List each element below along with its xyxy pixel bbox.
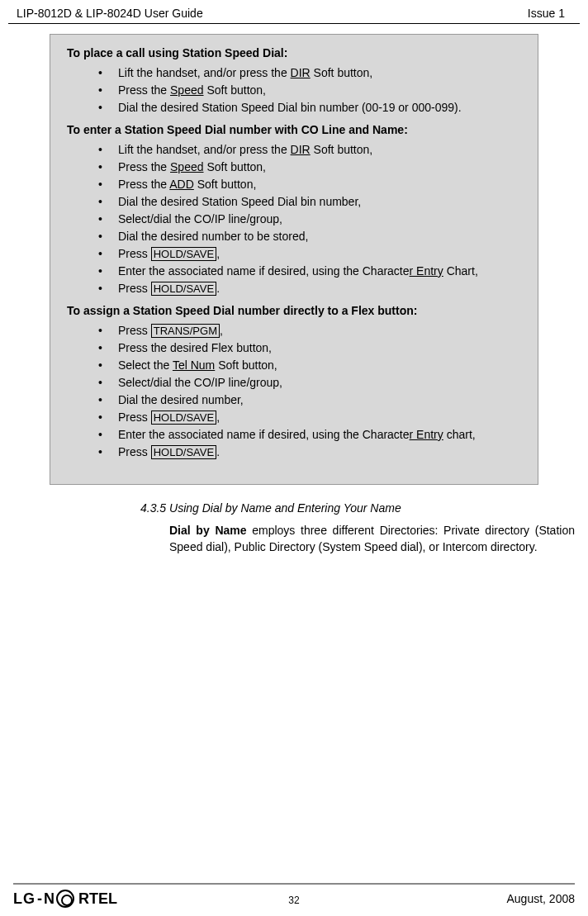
list-item: Press HOLD/SAVE. (98, 280, 521, 297)
brand-logo: LG - N RTEL (13, 890, 117, 908)
list-item: Enter the associated name if desired, us… (98, 426, 521, 444)
hold-save-key: HOLD/SAVE (151, 445, 216, 459)
list-item: Dial the desired Station Speed Dial bin … (98, 193, 521, 211)
subsection-lead: Dial by Name (169, 524, 247, 537)
section-3-title: To assign a Station Speed Dial number di… (67, 304, 521, 317)
list-item: Select/dial the CO/IP line/group, (98, 211, 521, 228)
subsection-title: Using Dial by Name and Entering Your Nam… (169, 501, 401, 515)
header-right: Issue 1 (528, 7, 565, 20)
list-item: Press HOLD/SAVE, (98, 245, 521, 263)
page-header: LIP-8012D & LIP-8024D User Guide Issue 1 (8, 0, 580, 24)
hold-save-key: HOLD/SAVE (151, 247, 216, 261)
list-item: Press HOLD/SAVE, (98, 409, 521, 426)
hold-save-key: HOLD/SAVE (151, 282, 216, 296)
footer-divider (13, 883, 575, 885)
list-item: Enter the associated name if desired, us… (98, 263, 521, 280)
list-item: Press HOLD/SAVE. (98, 444, 521, 461)
list-item: Lift the handset, and/or press the DIR S… (98, 64, 521, 82)
hold-save-key: HOLD/SAVE (151, 411, 216, 425)
section-1-title: To place a call using Station Speed Dial… (67, 46, 521, 59)
page-number: 32 (288, 895, 299, 906)
logo-lg-text: LG (13, 890, 36, 908)
section-2-list: Lift the handset, and/or press the DIR S… (98, 141, 521, 297)
logo-nortel-text: RTEL (78, 890, 117, 908)
section-2-title: To enter a Station Speed Dial number wit… (67, 123, 521, 136)
logo-globe-icon (56, 890, 74, 908)
list-item: Press the Speed Soft button, (98, 82, 521, 99)
subsection-heading: 4.3.5 Using Dial by Name and Entering Yo… (140, 501, 580, 515)
header-left: LIP-8012D & LIP-8024D User Guide (17, 7, 203, 20)
list-item: Dial the desired Station Speed Dial bin … (98, 99, 521, 116)
trans-pgm-key: TRANS/PGM (151, 324, 220, 338)
page-footer: LG - N RTEL August, 2008 32 (0, 883, 588, 908)
list-item: Select/dial the CO/IP line/group, (98, 374, 521, 392)
list-item: Dial the desired number, (98, 392, 521, 409)
subsection-number: 4.3.5 (140, 501, 166, 515)
section-1-list: Lift the handset, and/or press the DIR S… (98, 64, 521, 116)
list-item: Lift the handset, and/or press the DIR S… (98, 141, 521, 159)
list-item: Press the desired Flex button, (98, 339, 521, 357)
list-item: Press the Speed Soft button, (98, 159, 521, 176)
list-item: Select the Tel Num Soft button, (98, 357, 521, 374)
list-item: Dial the desired number to be stored, (98, 228, 521, 245)
section-3-list: Press TRANS/PGM, Press the desired Flex … (98, 322, 521, 461)
list-item: Press the ADD Soft button, (98, 176, 521, 193)
subsection-body: Dial by Name employs three different Dir… (169, 523, 575, 555)
footer-date: August, 2008 (506, 892, 575, 905)
list-item: Press TRANS/PGM, (98, 322, 521, 339)
instruction-box: To place a call using Station Speed Dial… (50, 34, 538, 485)
